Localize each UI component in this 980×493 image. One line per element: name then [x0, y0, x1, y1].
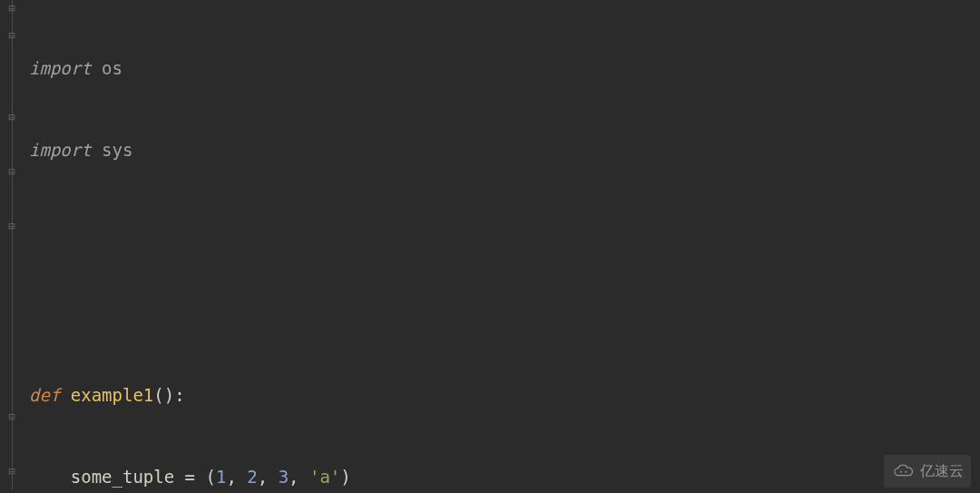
fold-marker[interactable]: ⊟ — [5, 29, 18, 42]
string-literal: 'a' — [309, 467, 340, 487]
code-line[interactable]: import os — [29, 54, 798, 82]
fold-marker[interactable]: ⊟ — [5, 2, 18, 15]
variable-name: some_tuple — [71, 467, 174, 487]
keyword-import: import — [29, 140, 92, 160]
code-line[interactable]: some_tuple = (1, 2, 3, 'a') — [29, 463, 798, 490]
fold-marker[interactable]: ⊟ — [5, 165, 18, 178]
function-name: example1 — [71, 385, 154, 405]
gutter: ⊟ ⊟ ⊟ ⊟ ⊟ ⊟ ⊟ — [0, 0, 25, 493]
comma: , — [258, 467, 279, 487]
colon: : — [174, 385, 184, 405]
paren-open: ( — [205, 467, 215, 487]
module-name: sys — [102, 140, 132, 160]
comma: , — [289, 467, 309, 487]
fold-marker[interactable]: ⊟ — [5, 111, 18, 123]
keyword-def: def — [29, 385, 60, 405]
module-name: os — [102, 58, 122, 78]
number-literal: 1 — [216, 467, 226, 487]
code-line[interactable] — [29, 300, 798, 327]
svg-point-0 — [900, 471, 902, 473]
watermark-text: 亿速云 — [920, 458, 964, 485]
number-literal: 2 — [247, 467, 257, 487]
fold-end: ⊟ — [5, 465, 18, 478]
comma: , — [226, 467, 247, 487]
code-line[interactable]: def example1(): — [29, 381, 798, 409]
fold-marker[interactable]: ⊟ — [5, 220, 18, 232]
code-line[interactable] — [29, 218, 798, 245]
code-line[interactable]: import sys — [29, 136, 798, 163]
code-area[interactable]: import os import sys def example1(): som… — [25, 0, 798, 493]
keyword-import: import — [29, 58, 92, 78]
parentheses: () — [153, 385, 174, 405]
watermark: 亿速云 — [884, 455, 971, 488]
paren-close: ) — [340, 467, 350, 487]
code-editor[interactable]: ⊟ ⊟ ⊟ ⊟ ⊟ ⊟ ⊟ import os import sys def e… — [0, 0, 980, 493]
svg-point-1 — [905, 471, 906, 473]
fold-marker[interactable]: ⊟ — [5, 410, 18, 423]
cloud-icon — [891, 463, 916, 479]
number-literal: 3 — [279, 467, 289, 487]
operator: = — [174, 467, 205, 487]
